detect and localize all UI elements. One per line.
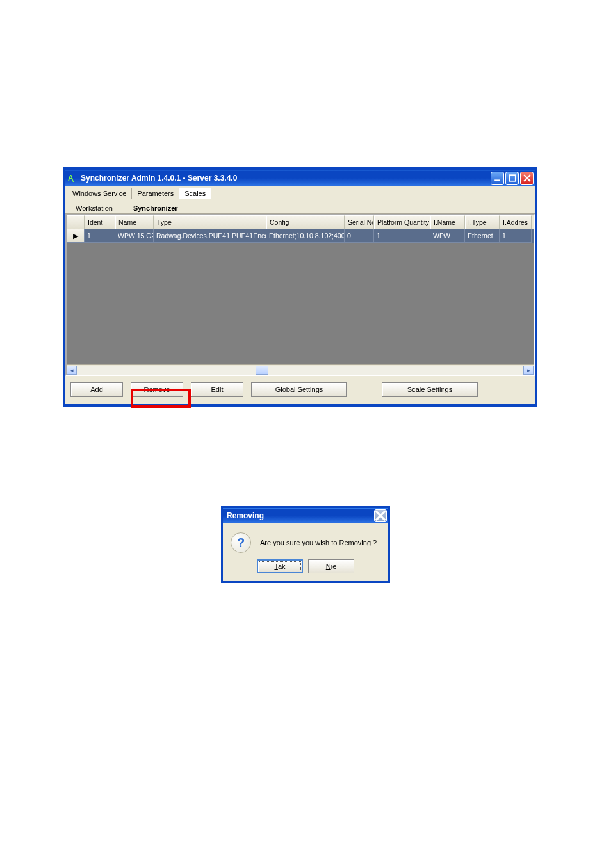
dialog-message: Are you sure you wish to Removing ? xyxy=(260,539,377,546)
cell-itype: Ethernet xyxy=(465,229,500,243)
col-platform-qty[interactable]: Platform Quantity xyxy=(374,215,430,229)
question-icon: ? xyxy=(231,532,251,553)
dialog-yes-button[interactable]: Tak xyxy=(257,559,303,573)
row-indicator-icon: ▶ xyxy=(67,229,85,243)
col-ident[interactable]: Ident xyxy=(85,215,115,229)
col-itype[interactable]: I.Type xyxy=(465,215,500,229)
cell-name: WPW 15 C2 xyxy=(115,229,154,243)
table-row[interactable]: ▶ 1 WPW 15 C2 Radwag.Devices.PUE41.PUE41… xyxy=(67,229,534,243)
minimize-button[interactable] xyxy=(491,172,504,185)
cell-platform-qty: 1 xyxy=(374,229,430,243)
col-type[interactable]: Type xyxy=(154,215,266,229)
col-config[interactable]: Config xyxy=(266,215,345,229)
row-selector-header xyxy=(67,215,85,229)
cell-iaddres: 1 xyxy=(500,229,532,243)
edit-button[interactable]: Edit xyxy=(191,382,243,397)
title-bar[interactable]: A. Synchronizer Admin 1.4.0.1 - Server 3… xyxy=(65,170,535,186)
cell-type: Radwag.Devices.PUE41.PUE41Encoder xyxy=(154,229,266,243)
subtab-synchronizer[interactable]: Synchronizer xyxy=(129,203,182,213)
sub-tabs-bar: Workstation Synchronizer xyxy=(65,199,535,214)
scales-grid: Ident Name Type Config Serial No. Platfo… xyxy=(65,214,535,376)
remove-button[interactable]: Remove xyxy=(131,382,183,397)
global-settings-button[interactable]: Global Settings xyxy=(251,382,347,397)
window-title: Synchronizer Admin 1.4.0.1 - Server 3.3.… xyxy=(81,174,491,183)
dialog-title: Removing xyxy=(227,511,374,520)
scroll-left-icon[interactable]: ◂ xyxy=(67,366,77,375)
dialog-body: ? Are you sure you wish to Removing ? xyxy=(223,523,388,557)
tab-scales[interactable]: Scales xyxy=(179,188,211,199)
cell-config: Ethernet;10.10.8.102;4001 xyxy=(266,229,345,243)
removing-dialog: Removing ? Are you sure you wish to Remo… xyxy=(221,506,390,583)
grid-empty-area xyxy=(67,243,534,364)
scroll-thumb[interactable] xyxy=(256,366,268,375)
grid-header: Ident Name Type Config Serial No. Platfo… xyxy=(67,215,534,229)
svg-text:.: . xyxy=(72,176,74,183)
tab-parameters[interactable]: Parameters xyxy=(131,188,179,199)
col-serial[interactable]: Serial No. xyxy=(345,215,374,229)
dialog-close-button[interactable] xyxy=(374,509,387,522)
cell-serial: 0 xyxy=(345,229,374,243)
dialog-title-bar[interactable]: Removing xyxy=(223,508,388,523)
dialog-no-button[interactable]: Nie xyxy=(308,559,354,573)
cell-ident: 1 xyxy=(85,229,115,243)
cell-iname: WPW xyxy=(430,229,465,243)
col-name[interactable]: Name xyxy=(115,215,154,229)
main-tabs: Windows Service Parameters Scales xyxy=(65,186,535,199)
app-icon: A. xyxy=(68,173,78,183)
col-iaddres[interactable]: I.Addres xyxy=(500,215,532,229)
tab-windows-service[interactable]: Windows Service xyxy=(67,188,132,199)
main-window: A. Synchronizer Admin 1.4.0.1 - Server 3… xyxy=(63,168,537,406)
scale-settings-button[interactable]: Scale Settings xyxy=(382,382,478,397)
subtab-workstation[interactable]: Workstation xyxy=(72,203,117,213)
maximize-button[interactable] xyxy=(505,172,519,185)
scroll-track[interactable] xyxy=(77,366,523,375)
col-iname[interactable]: I.Name xyxy=(430,215,465,229)
svg-rect-3 xyxy=(509,175,516,181)
scroll-right-icon[interactable]: ▸ xyxy=(523,366,534,375)
svg-rect-2 xyxy=(494,179,500,181)
add-button[interactable]: Add xyxy=(70,382,123,397)
close-button[interactable] xyxy=(520,172,534,185)
dialog-buttons: Tak Nie xyxy=(223,557,388,581)
button-bar: Add Remove Edit Global Settings Scale Se… xyxy=(65,376,535,404)
horizontal-scrollbar[interactable]: ◂ ▸ xyxy=(67,364,534,375)
